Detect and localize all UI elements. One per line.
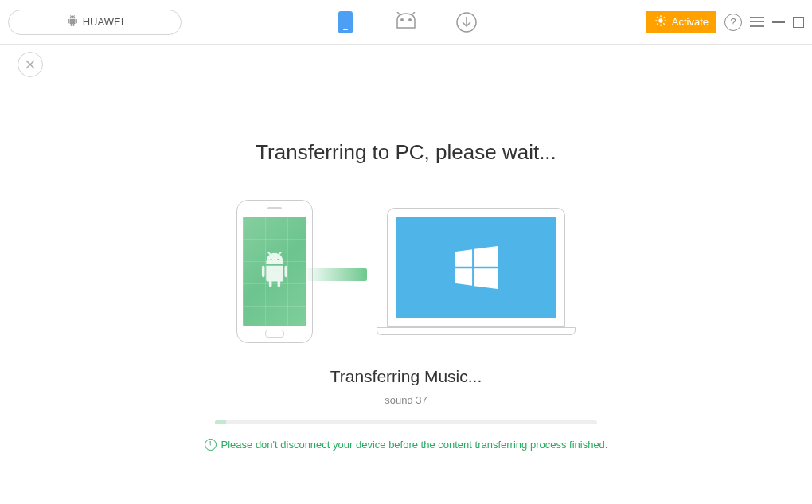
progress-bar bbox=[215, 420, 597, 424]
svg-line-13 bbox=[663, 23, 664, 24]
svg-rect-1 bbox=[343, 29, 348, 30]
svg-line-14 bbox=[657, 23, 658, 24]
main-content: Transferring to PC, please wait... bbox=[0, 45, 812, 451]
svg-point-7 bbox=[658, 18, 662, 22]
laptop-device-icon bbox=[377, 208, 576, 335]
windows-icon bbox=[455, 246, 498, 289]
svg-line-12 bbox=[657, 17, 658, 18]
close-button[interactable] bbox=[18, 52, 43, 77]
maximize-icon[interactable] bbox=[793, 17, 804, 28]
page-title: Transferring to PC, please wait... bbox=[256, 140, 556, 165]
activate-button[interactable]: Activate bbox=[646, 11, 716, 33]
svg-point-3 bbox=[409, 18, 411, 20]
android-icon bbox=[66, 15, 79, 29]
device-chip[interactable]: HUAWEI bbox=[8, 10, 182, 35]
warning-text: Please don't disconnect your device befo… bbox=[221, 439, 608, 451]
svg-line-15 bbox=[663, 17, 664, 18]
transfer-illustration bbox=[236, 200, 576, 343]
progress-fill bbox=[215, 420, 226, 424]
transfer-status: Transferring Music... bbox=[330, 367, 482, 386]
warning-message: ! Please don't disconnect your device be… bbox=[205, 439, 608, 451]
activate-label: Activate bbox=[672, 16, 709, 28]
phone-device-icon bbox=[236, 200, 313, 343]
center-nav bbox=[334, 10, 478, 34]
warning-icon: ! bbox=[205, 439, 217, 451]
phone-tab-icon[interactable] bbox=[334, 10, 357, 34]
right-controls: Activate ? bbox=[646, 11, 804, 33]
menu-icon[interactable] bbox=[750, 17, 764, 27]
current-file: sound 37 bbox=[385, 394, 427, 406]
device-name: HUAWEI bbox=[83, 16, 124, 28]
svg-line-5 bbox=[412, 12, 415, 14]
svg-point-2 bbox=[401, 18, 403, 20]
top-bar: HUAWEI Activate ? bbox=[0, 0, 812, 45]
android-tab-icon[interactable] bbox=[394, 10, 418, 34]
help-icon[interactable]: ? bbox=[724, 14, 742, 31]
download-tab-icon[interactable] bbox=[455, 10, 478, 34]
sun-icon bbox=[654, 14, 667, 29]
svg-line-4 bbox=[397, 12, 400, 14]
minimize-icon[interactable] bbox=[772, 21, 785, 23]
